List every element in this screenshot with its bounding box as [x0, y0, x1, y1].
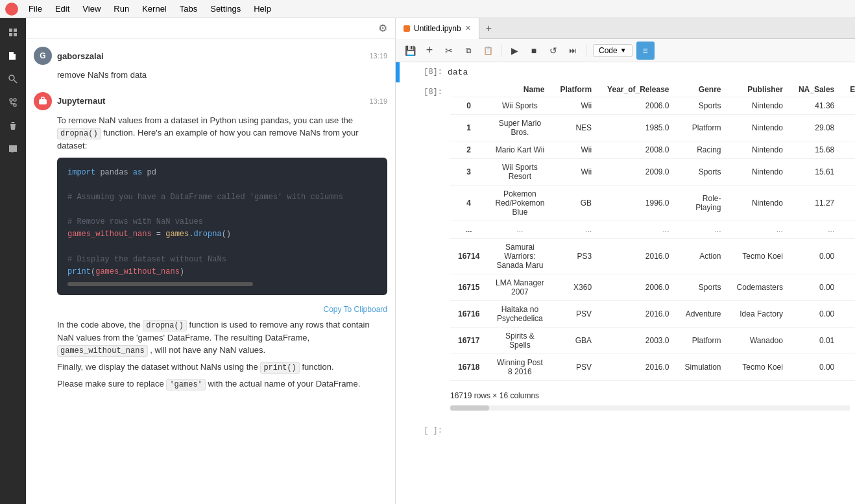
svg-line-6 [14, 80, 18, 84]
cell-1-6: 29.08 [791, 115, 842, 141]
sidebar-icon-git[interactable] [4, 93, 22, 112]
cell-10-0: 16718 [450, 354, 487, 381]
inline-code-dropna2: dropna() [143, 320, 187, 331]
cell-1-3: 1985.0 [599, 115, 677, 141]
sidebar-icon-search[interactable] [4, 70, 22, 88]
table-row: 0Wii SportsWii2006.0SportsNintendo41.362… [450, 97, 855, 115]
app-icon [5, 3, 18, 16]
menu-file[interactable]: File [23, 3, 47, 15]
avatar-user: G [34, 47, 52, 65]
main-content: ⚙ G gaborszalai 13:19 remove NaNs from d… [0, 18, 855, 504]
notebook-tab[interactable]: Untitled.ipynb ✕ [396, 18, 479, 39]
cell-1-5: Nintendo [729, 115, 791, 141]
separator-2 [586, 44, 586, 57]
cell-6-4: Action [677, 239, 729, 274]
cell-10-6: 0.00 [791, 354, 842, 381]
sidebar-icon-chat[interactable] [4, 140, 22, 158]
menu-settings[interactable]: Settings [205, 3, 246, 15]
copy-to-clipboard-btn[interactable]: Copy To Clipboard [323, 305, 387, 314]
code-line-1: import pandas as pd [67, 167, 377, 179]
svg-point-0 [7, 5, 16, 14]
cell-0-3: 2006.0 [599, 97, 677, 115]
cell-1-7: 3.58 [842, 115, 855, 141]
cell-2-6: 15.68 [791, 141, 842, 159]
copy-btn[interactable]: ⧉ [459, 42, 477, 60]
menu-kernel[interactable]: Kernel [137, 3, 172, 15]
paste-btn[interactable]: 📋 [479, 42, 497, 60]
cell-9-5: Wanadoo [729, 328, 791, 354]
cell-7-5: Codemasters [729, 274, 791, 301]
cell-3-7: 10.93 [842, 159, 855, 186]
code-line-4 [67, 204, 377, 216]
notebook-panel: Untitled.ipynb ✕ + 💾 + ✂ ⧉ 📋 ▶ ■ ↺ ⏭ Cod… [396, 18, 855, 504]
kernel-dropdown-icon: ▼ [620, 47, 627, 54]
kernel-select[interactable]: Code ▼ [593, 44, 632, 57]
cell-0-7: 28.96 [842, 97, 855, 115]
table-row: 16718Winning Post 8 2016PSV2016.0Simulat… [450, 354, 855, 381]
tab-label: Untitled.ipynb [414, 24, 461, 33]
run-btn[interactable]: ▶ [505, 42, 524, 60]
table-header: Name Platform Year_of_Release Genre Publ… [450, 82, 855, 97]
cell-3-1: Wii Sports Resort [487, 159, 552, 186]
cell-6-3: 2016.0 [599, 239, 677, 274]
save-btn[interactable]: 💾 [401, 42, 419, 60]
menu-run[interactable]: Run [108, 3, 134, 15]
output-cell: [8]: Name Platform Year_of_Release Genre [396, 82, 855, 411]
cell-3-4: Sports [677, 159, 729, 186]
settings-icon[interactable]: ⚙ [378, 22, 387, 34]
restart-btn[interactable]: ↺ [544, 42, 562, 60]
cell-2-3: 2008.0 [599, 141, 677, 159]
col-header-index [450, 82, 487, 97]
cell-4-6: 11.27 [791, 186, 842, 221]
notebook-toolbar: 💾 + ✂ ⧉ 📋 ▶ ■ ↺ ⏭ Code ▼ ≡ [396, 39, 855, 62]
cell-7-7: 0.01 [842, 274, 855, 301]
col-header-platform: Platform [552, 82, 599, 97]
new-tab-btn[interactable]: + [479, 23, 498, 34]
h-scrollbar-thumb[interactable] [450, 405, 489, 411]
tab-close-btn[interactable]: ✕ [465, 24, 471, 32]
menu-edit[interactable]: Edit [50, 3, 75, 15]
trusted-btn[interactable]: ≡ [636, 42, 655, 60]
cell-6-7: 0.00 [842, 239, 855, 274]
sidebar-icon-home[interactable] [4, 23, 22, 42]
sidebar-icons [0, 18, 26, 504]
table-row: ........................ [450, 221, 855, 239]
user-message-text: remove NaNs from data [57, 70, 147, 80]
menu-view[interactable]: View [77, 3, 106, 15]
h-scrollbar-track[interactable] [450, 405, 850, 411]
cell-0-0: 0 [450, 97, 487, 115]
menu-help[interactable]: Help [248, 3, 276, 15]
cell-10-3: 2016.0 [599, 354, 677, 381]
code-scrollbar[interactable] [67, 282, 253, 286]
empty-cell-input[interactable] [445, 421, 855, 440]
cell-5-6: ... [791, 221, 842, 239]
sidebar-icon-extensions[interactable] [4, 117, 22, 135]
sidebar-icon-files[interactable] [4, 47, 22, 65]
empty-cell-label: [ ]: [400, 421, 445, 440]
cell-input-text[interactable]: data [445, 62, 855, 82]
code-line-8: # Display the dataset without NaNs [67, 254, 377, 266]
cell-4-1: Pokemon Red/Pokemon Blue [487, 186, 552, 221]
cut-btn[interactable]: ✂ [440, 42, 458, 60]
menu-tabs[interactable]: Tabs [175, 3, 202, 15]
add-cell-btn[interactable]: + [420, 42, 439, 60]
cell-0-1: Wii Sports [487, 97, 552, 115]
cell-7-6: 0.00 [791, 274, 842, 301]
message-time-bot: 13:19 [369, 97, 387, 105]
cell-2-0: 2 [450, 141, 487, 159]
col-header-publisher: Publisher [729, 82, 791, 97]
cell-5-2: ... [552, 221, 599, 239]
cell-9-2: GBA [552, 328, 599, 354]
chat-panel: ⚙ G gaborszalai 13:19 remove NaNs from d… [26, 18, 396, 504]
notebook-content: [8]: data [8]: Name Platform [396, 62, 855, 504]
cell-10-5: Tecmo Koei [729, 354, 791, 381]
stop-btn[interactable]: ■ [525, 42, 543, 60]
table-body: 0Wii SportsWii2006.0SportsNintendo41.362… [450, 97, 855, 381]
svg-point-5 [9, 75, 14, 80]
fast-forward-btn[interactable]: ⏭ [564, 42, 582, 60]
copy-btn-container: Copy To Clipboard [57, 300, 387, 318]
table-header-row: Name Platform Year_of_Release Genre Publ… [450, 82, 855, 97]
svg-rect-4 [14, 33, 17, 36]
cell-2-1: Mario Kart Wii [487, 141, 552, 159]
cell-5-5: ... [729, 221, 791, 239]
